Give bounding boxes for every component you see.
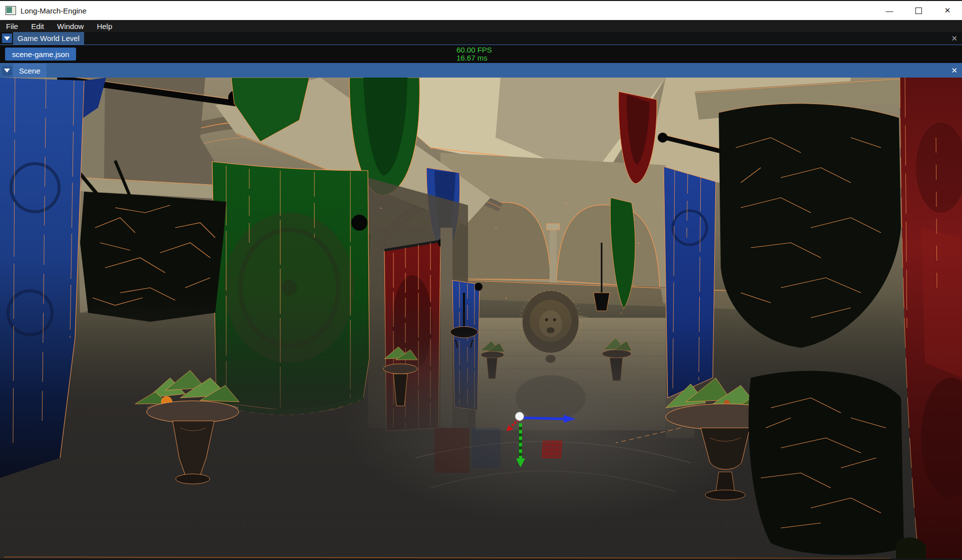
scene-close-button[interactable]: ✕ (951, 64, 957, 78)
close-icon: ✕ (944, 6, 951, 15)
window-controls: — ✕ (875, 1, 962, 20)
app-logo-icon (6, 6, 16, 15)
close-button[interactable]: ✕ (933, 1, 962, 20)
title-bar: Long-March-Engine — ✕ (0, 0, 962, 20)
maximize-button[interactable] (904, 1, 933, 20)
menu-file[interactable]: File (0, 20, 25, 32)
game-world-collapse-button[interactable] (2, 34, 12, 43)
game-world-panel-header: Game World Level ✕ (0, 32, 962, 45)
menu-edit[interactable]: Edit (25, 20, 51, 32)
frame-time: 16.67 ms (456, 54, 492, 62)
app-window: Long-March-Engine — ✕ File Edit Window H… (0, 0, 962, 560)
scene-viewport[interactable] (0, 78, 962, 560)
scene-panel-title: Scene (19, 67, 41, 75)
fps-counter: 60.00 FPS (456, 46, 492, 54)
game-world-panel-body: scene-game.json 60.00 FPS 16.67 ms (0, 45, 962, 64)
menu-help[interactable]: Help (90, 20, 119, 32)
close-x-icon: ✕ (951, 66, 957, 75)
menu-bar: File Edit Window Help (0, 20, 962, 32)
gizmo-origin-handle[interactable] (516, 412, 524, 421)
close-x-icon: ✕ (951, 34, 957, 43)
right-lower-foliage (749, 371, 904, 555)
menu-window[interactable]: Window (51, 20, 90, 32)
gizmo-plane-handle[interactable] (542, 441, 562, 458)
minimize-button[interactable]: — (875, 1, 904, 20)
chevron-down-icon (4, 37, 10, 41)
game-world-panel-tab[interactable]: Game World Level (13, 32, 84, 45)
scene-panel-tab[interactable]: Scene (13, 64, 47, 78)
minimize-icon: — (886, 7, 893, 15)
chevron-down-icon (4, 69, 10, 73)
scene-file-button[interactable]: scene-game.json (5, 48, 76, 61)
window-title: Long-March-Engine (21, 7, 87, 15)
scene-panel-header: Scene ✕ (0, 64, 962, 78)
performance-stats: 60.00 FPS 16.67 ms (456, 46, 492, 62)
game-world-close-button[interactable]: ✕ (951, 32, 957, 45)
scene-collapse-button[interactable] (2, 66, 12, 76)
game-world-panel-title: Game World Level (18, 34, 80, 43)
maximize-icon (915, 8, 922, 14)
